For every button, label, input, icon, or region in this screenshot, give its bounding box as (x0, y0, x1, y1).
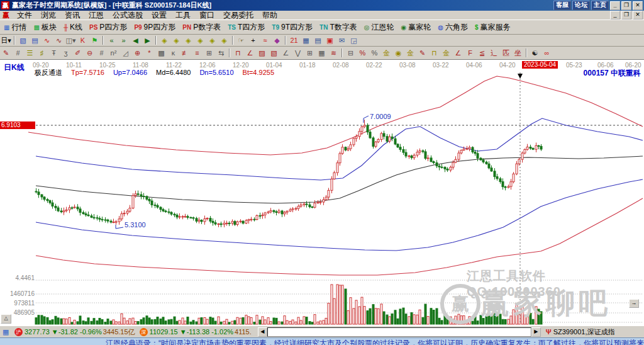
toolbar-button-t-square[interactable]: TST四方形 (225, 21, 268, 34)
volume-scroll-right-button[interactable]: → (629, 299, 639, 308)
toolbar-button-notepad-tool[interactable]: ▤ (312, 35, 324, 46)
menu-item-6[interactable]: 工具 (171, 11, 195, 20)
toolbar-button-channel-tool[interactable]: ⊓ (232, 48, 244, 59)
restore-icon[interactable]: ❐ (621, 1, 631, 10)
toolbar-button-pyramid-tool[interactable]: ⊓ (428, 48, 440, 59)
toolbar-button-period-daily[interactable]: 日▾ (0, 35, 12, 46)
toolbar-button-network-tool[interactable]: ◲ (348, 35, 360, 46)
toolbar-button-f-line-tool[interactable]: F (464, 48, 476, 59)
status-grid-icon[interactable]: ▦ (3, 328, 11, 336)
toolbar-button-square-n2-tool[interactable]: n² (108, 48, 119, 59)
service-button-0[interactable]: 客服 (553, 1, 571, 10)
menu-item-8[interactable]: 交易委托 (219, 11, 258, 20)
toolbar-button-k-mark-tool[interactable]: ĸ (167, 48, 179, 59)
menu-item-9[interactable]: 帮助 (258, 11, 282, 20)
toolbar-button-block-tool[interactable]: 匹 (500, 48, 512, 59)
toolbar-button-market-quotes[interactable]: ▦行情 (1, 21, 30, 34)
menu-item-4[interactable]: 公式选股 (108, 11, 147, 20)
menu-item-0[interactable]: 文件 (13, 11, 36, 20)
toolbar-button-candle-style[interactable]: ◫▾ (65, 35, 77, 46)
toolbar-button-chart-mode-2[interactable]: ▤ (29, 35, 41, 46)
toolbar-button-kline[interactable]: ╫K线 (60, 21, 86, 34)
toolbar-button-hexagon[interactable]: ◍六角形 (435, 21, 471, 34)
toolbar-button-zoom-diamond-3[interactable]: ◈ (182, 35, 194, 46)
menu-item-5[interactable]: 设置 (147, 11, 171, 20)
toolbar-button-9t-square[interactable]: T99T四方形 (269, 21, 316, 34)
service-button-2[interactable]: 主页 (591, 1, 609, 10)
toolbar-button-fill-box-tool[interactable]: ▨ (256, 48, 268, 59)
toolbar-button-prev-page[interactable]: ◀ (130, 35, 142, 46)
toolbar-button-t-number-table[interactable]: TNT数字表 (316, 21, 360, 34)
toolbar-button-9p-square[interactable]: P99P四方形 (131, 21, 179, 34)
toolbar-button-time-grid-tool[interactable]: ☰ (24, 48, 36, 59)
toolbar-button-sectors[interactable]: ▩板块 (30, 21, 59, 34)
close-icon[interactable]: ✕ (633, 1, 643, 10)
child-close-icon[interactable]: ✕ (633, 11, 643, 20)
menu-item-2[interactable]: 资讯 (60, 11, 84, 20)
toolbar-button-fill-box-tool-2[interactable]: ▧ (268, 48, 280, 59)
toolbar-button-infinity-icon[interactable]: ∞ (541, 48, 553, 59)
toolbar-button-gann-fan-tool[interactable]: ∠ (244, 48, 256, 59)
child-minimize-icon[interactable]: _ (610, 11, 620, 20)
toolbar-button-crosshair-tool[interactable]: + (247, 35, 259, 46)
toolbar-button-p-square[interactable]: PSP四方形 (86, 21, 130, 34)
toolbar-button-shade-tool[interactable]: ▩ (155, 48, 167, 59)
toolbar-button-pen-tool[interactable]: ✎ (0, 48, 12, 59)
toolbar-button-first-page[interactable]: « (106, 35, 118, 46)
toolbar-button-path-tool[interactable]: 辶 (488, 48, 500, 59)
toolbar-button-flag-marker[interactable]: ⚑ (89, 35, 101, 46)
toolbar-button-yin-yang-icon[interactable]: ☯ (529, 48, 541, 59)
toolbar-button-gold-grid-tool[interactable]: 金 (440, 48, 452, 59)
toolbar-button-grid-lines-tool[interactable]: # (12, 48, 24, 59)
child-restore-icon[interactable]: ❐ (621, 11, 631, 20)
toolbar-button-span-tool[interactable]: ⇆ (215, 48, 227, 59)
toolbar-button-seat-tool[interactable]: 坐 (512, 48, 524, 59)
toolbar-button-hand-tool[interactable]: ☞ (235, 35, 247, 46)
toolbar-button-arc-tool[interactable]: ʒ (60, 48, 72, 59)
toolbar-button-marker-tool[interactable]: ◆ (271, 35, 283, 46)
toolbar-button-next-page[interactable]: ▶ (142, 35, 153, 46)
toolbar-button-star-tool[interactable]: * (143, 48, 155, 59)
toolbar-button-wave-analysis[interactable]: ≈ (259, 35, 271, 46)
pane-toggle-button[interactable]: △ (1, 314, 11, 324)
toolbar-button-wave-lines-tool[interactable]: ≋ (328, 48, 340, 59)
toolbar-button-band-tool[interactable]: ⊟ (345, 48, 357, 59)
toolbar-button-matrix-tool[interactable]: ⊞ (304, 48, 316, 59)
toolbar-button-last-page[interactable]: » (118, 35, 130, 46)
toolbar-button-gann-wheel[interactable]: ◎江恩轮 (361, 21, 397, 34)
toolbar-button-brush-tool[interactable]: ✎ (416, 48, 428, 59)
menu-item-3[interactable]: 江恩 (84, 11, 108, 20)
toolbar-button-winner-service[interactable]: $赢家服务 (472, 21, 514, 34)
toolbar-button-k-overlay[interactable]: K (77, 35, 89, 46)
toolbar-button-chip-tool-1[interactable]: ≢ (179, 48, 191, 59)
toolbar-button-percent-tool[interactable]: % (369, 48, 380, 59)
toolbar-button-zoom-diamond-2[interactable]: ◈ (170, 35, 182, 46)
toolbar-button-angle-line-tool[interactable]: ∠ (280, 48, 292, 59)
toolbar-button-slope-tool[interactable]: ≦ (476, 48, 488, 59)
menu-item-1[interactable]: 浏览 (36, 11, 60, 20)
toolbar-button-calculator-tool[interactable]: ▦ (300, 35, 312, 46)
toolbar-button-price-grid-tool[interactable]: ♯ (36, 48, 48, 59)
minimize-icon[interactable]: _ (610, 1, 620, 10)
toolbar-button-gold-circle-tool[interactable]: ◉ (392, 48, 404, 59)
toolbar-button-winner-wheel[interactable]: ◉赢家轮 (397, 21, 434, 34)
toolbar-button-chip-tool-2[interactable]: ≡ (191, 48, 203, 59)
scroll-right-icon[interactable]: ▶ (531, 327, 541, 337)
toolbar-button-save-tool[interactable]: ▣ (324, 35, 336, 46)
toolbar-button-zoom-diamond-1[interactable]: ◈ (158, 35, 170, 46)
toolbar-button-zoom-diamond-4[interactable]: ◈ (194, 35, 206, 46)
toolbar-button-vee-tool[interactable]: ⋁ (292, 48, 304, 59)
toolbar-button-triangle-tool[interactable]: ◿ (119, 48, 131, 59)
toolbar-button-j-angle-tool[interactable]: ∠ (452, 48, 464, 59)
toolbar-button-gold-line-tool[interactable]: 金 (404, 48, 416, 59)
toolbar-button-tsquare-tool[interactable]: Ŧ (48, 48, 60, 59)
toolbar-button-message-tool[interactable]: ✉ (336, 35, 348, 46)
toolbar-button-wave-tool-2[interactable]: ∿ (53, 35, 65, 46)
scroll-track[interactable] (267, 327, 531, 337)
toolbar-button-target-tool[interactable]: ⊕ (131, 48, 143, 59)
toolbar-button-p-number-table[interactable]: PNP数字表 (179, 21, 224, 34)
menu-item-7[interactable]: 窗口 (195, 11, 219, 20)
toolbar-button-gold-section-tool[interactable]: 金 (380, 48, 392, 59)
scroll-left-icon[interactable]: ◀ (258, 327, 267, 337)
status-scrollbar[interactable]: ◀ ▶ (258, 327, 541, 337)
